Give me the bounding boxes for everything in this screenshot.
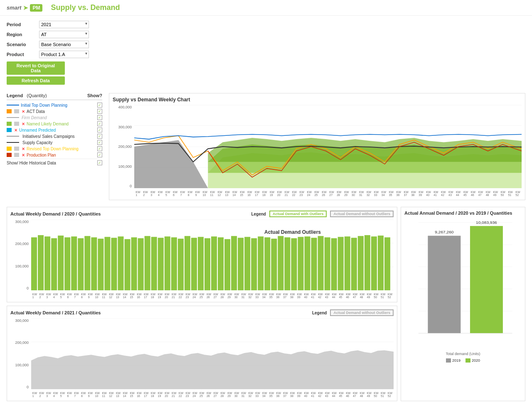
svg-rect-55 <box>311 238 317 290</box>
act-data-remove-icon[interactable]: ✕ <box>22 109 25 114</box>
svg-rect-23 <box>98 239 103 290</box>
legend-label-revised: Revised Top Down Planning <box>27 147 79 151</box>
refresh-button[interactable]: Refresh Data <box>7 76 65 85</box>
region-label: Region <box>7 32 36 37</box>
scenario-select[interactable]: Base Scenario <box>39 41 89 48</box>
legend-checkbox-act[interactable] <box>97 109 102 114</box>
svg-rect-41 <box>218 238 224 291</box>
product-select-wrapper[interactable]: Product 1.A <box>39 51 89 58</box>
svg-rect-15 <box>44 236 50 290</box>
unnamed-remove-icon[interactable]: ✕ <box>14 128 17 132</box>
demand-2021-x-axis: KW1KW2KW3KW4KW5 KW6KW7KW8KW9KW10 KW11KW1… <box>31 392 394 397</box>
svg-rect-20 <box>78 238 84 290</box>
legend-checkbox-production[interactable] <box>97 152 102 157</box>
demand-without-outliers-pill[interactable]: Actual Demand without Outliers <box>330 211 394 217</box>
svg-rect-30 <box>145 236 150 290</box>
legend-checkbox-unnamed[interactable] <box>97 127 102 132</box>
weekly-demand-2021-section: Actual Weekly Demand / 2021 / Quantities… <box>7 306 397 401</box>
svg-rect-32 <box>158 238 164 290</box>
demand-2020-legend-label: Legend <box>251 212 266 216</box>
region-select-wrapper[interactable]: AT <box>39 31 89 38</box>
product-select[interactable]: Product 1.A <box>39 51 89 58</box>
period-label: Period <box>7 22 36 27</box>
legend-label-initial-top-down[interactable]: Initial Top Down Planning <box>21 103 67 108</box>
svg-rect-61 <box>351 238 357 290</box>
period-select-wrapper[interactable]: 2021 <box>39 21 89 28</box>
svg-rect-52 <box>291 238 297 290</box>
supply-demand-chart-area <box>134 105 522 188</box>
svg-rect-16 <box>51 238 57 290</box>
svg-rect-17 <box>58 235 64 290</box>
period-row: Period 2021 <box>7 21 525 28</box>
svg-rect-59 <box>338 237 344 290</box>
legend-checkbox-firm[interactable] <box>97 115 102 120</box>
supply-demand-y-axis: 400,000 300,000 200,000 100,000 0 <box>113 105 133 188</box>
svg-rect-14 <box>38 235 44 290</box>
demand-with-outliers-pill[interactable]: Actual Demand with Outliers <box>269 211 327 217</box>
revised-remove-icon[interactable]: ✕ <box>22 147 25 151</box>
svg-rect-63 <box>365 235 370 290</box>
svg-rect-27 <box>125 239 131 290</box>
svg-rect-25 <box>111 238 117 290</box>
legend-title: Legend (Quantity) <box>7 93 47 98</box>
svg-rect-40 <box>211 236 217 290</box>
scenario-select-wrapper[interactable]: Base Scenario <box>39 41 89 48</box>
legend-label-unnamed: Unnamed Predicted <box>19 128 56 132</box>
legend-item-named-likely: ✕ Named Likely Demand <box>7 121 102 126</box>
svg-rect-46 <box>251 238 257 290</box>
svg-text:10,083,936: 10,083,936 <box>476 220 497 225</box>
annual-x-label: Total demand (Units) <box>404 352 522 356</box>
region-select[interactable]: AT <box>39 31 89 38</box>
svg-rect-65 <box>378 235 384 290</box>
svg-rect-42 <box>224 239 230 290</box>
svg-marker-8 <box>208 138 522 162</box>
svg-rect-62 <box>358 236 364 290</box>
demand-2021-without-outliers-pill[interactable]: Actual Demand without Outliers <box>330 309 394 316</box>
svg-rect-54 <box>305 236 310 290</box>
svg-rect-53 <box>298 237 303 290</box>
period-select[interactable]: 2021 <box>39 21 89 28</box>
legend-2020-label: 2020 <box>472 358 480 363</box>
legend-checkbox-supply[interactable] <box>97 140 102 145</box>
svg-rect-31 <box>151 237 157 290</box>
product-row: Product Product 1.A <box>7 51 525 58</box>
annual-demand-title: Actual Annual Demand / 2020 vs 2019 / Qu… <box>404 211 522 216</box>
svg-rect-47 <box>258 236 264 290</box>
legend-checkbox-revised[interactable] <box>97 146 102 151</box>
legend-checkbox-initiatives[interactable] <box>97 134 102 139</box>
svg-rect-13 <box>31 238 37 291</box>
legend-label-firm-demand: Firm Demand <box>22 115 47 120</box>
legend-2019-label: 2019 <box>452 358 461 363</box>
supply-demand-chart-title: Supply vs Demand Weekly Chart <box>113 97 522 103</box>
region-row: Region AT <box>7 31 525 38</box>
svg-rect-48 <box>264 238 270 291</box>
svg-rect-78 <box>428 236 461 333</box>
legend-panel: Legend (Quantity) Show? Initial Top Down… <box>7 93 102 200</box>
logo-pm: PM <box>30 4 42 12</box>
svg-marker-71 <box>31 351 394 390</box>
svg-rect-58 <box>331 238 337 290</box>
scenario-row: Scenario Base Scenario <box>7 41 525 48</box>
named-likely-remove-icon[interactable]: ✕ <box>22 122 25 126</box>
logo-area: smart ➤ PM <box>7 4 42 12</box>
legend-2019: 2019 <box>446 358 461 363</box>
production-remove-icon[interactable]: ✕ <box>22 153 25 157</box>
legend-item-act-data: ✕ ACT Data <box>7 109 102 114</box>
svg-rect-50 <box>278 236 283 290</box>
weekly-demand-2020-chart: 300,000 200,000 100,000 0 <box>10 220 394 299</box>
svg-rect-51 <box>284 238 290 291</box>
legend-label-show-hide: Show/ Hide Historical Data <box>7 161 56 165</box>
legend-item-initial-top-down: Initial Top Down Planning <box>7 103 102 108</box>
legend-checkbox-initial[interactable] <box>97 103 102 108</box>
legend-label-initiatives: Initiatives/ Sales Campaigns <box>22 134 75 139</box>
legend-checkbox-named[interactable] <box>97 121 102 126</box>
revert-button[interactable]: Revert to Original Data <box>7 61 65 75</box>
legend-checkbox-historical[interactable] <box>97 160 102 165</box>
legend-item-firm-demand: Firm Demand <box>7 115 102 120</box>
top-section: Legend (Quantity) Show? Initial Top Down… <box>7 93 525 200</box>
svg-rect-43 <box>231 236 237 290</box>
bottom-section: Actual Weekly Demand / 2020 / Quantities… <box>7 207 525 401</box>
svg-rect-18 <box>64 238 70 291</box>
supply-demand-x-axis: KW1KW2KW3KW4KW5 KW6KW7KW8KW9KW10 KW11KW1… <box>134 191 522 196</box>
legend-item-supply-capacity: Supply Capacity <box>7 140 102 145</box>
